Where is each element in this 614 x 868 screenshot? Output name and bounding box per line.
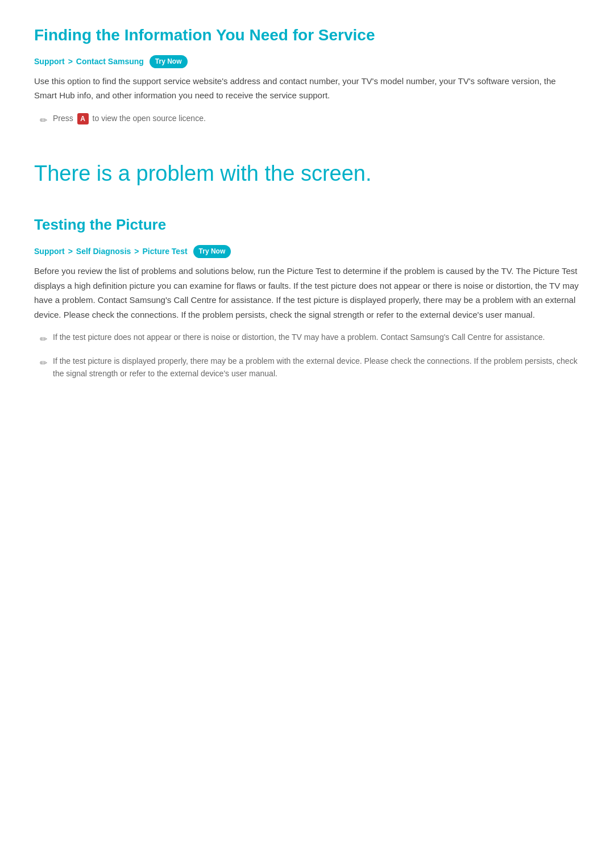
breadcrumb-self-diagnosis-link[interactable]: Self Diagnosis	[76, 245, 131, 258]
subsection-title: Testing the Picture	[34, 213, 580, 237]
breadcrumb-separator2: >	[68, 245, 73, 258]
pencil-icon-1: ✏	[40, 113, 47, 128]
section1-body: Use this option to find the support serv…	[34, 74, 580, 103]
try-now-badge-1[interactable]: Try Now	[150, 55, 188, 68]
breadcrumb-support-link-2[interactable]: Support	[34, 245, 65, 258]
note-item-1: ✏ If the test picture does not appear or…	[34, 331, 580, 347]
pencil-icon-2: ✏	[40, 332, 47, 347]
breadcrumb-separator3: >	[134, 245, 139, 258]
note-text-2: If the test picture is displayed properl…	[53, 355, 580, 380]
breadcrumb-picture-test: Support > Self Diagnosis > Picture Test …	[34, 245, 580, 258]
section1-title: Finding the Information You Need for Ser…	[34, 23, 580, 48]
section-finding-info: Finding the Information You Need for Ser…	[34, 23, 580, 128]
breadcrumb-support-link[interactable]: Support	[34, 55, 65, 68]
subsection-testing-picture: Testing the Picture Support > Self Diagn…	[34, 213, 580, 380]
try-now-badge-2[interactable]: Try Now	[193, 245, 231, 258]
breadcrumb-contact-samsung-link[interactable]: Contact Samsung	[76, 55, 144, 68]
key-a-badge: A	[77, 113, 89, 124]
breadcrumb-separator1: >	[68, 55, 73, 68]
pencil-icon-3: ✏	[40, 356, 47, 371]
subsection-body: Before you review the list of problems a…	[34, 264, 580, 322]
breadcrumb-picture-test-link[interactable]: Picture Test	[143, 245, 188, 258]
section1-note-text: Press A to view the open source licence.	[53, 112, 206, 124]
note-item-2: ✏ If the test picture is displayed prope…	[34, 355, 580, 380]
note-text-1: If the test picture does not appear or t…	[53, 331, 545, 343]
section2-title: There is a problem with the screen.	[34, 156, 580, 191]
section-screen-problem: There is a problem with the screen. Test…	[34, 156, 580, 380]
breadcrumb-support: Support > Contact Samsung Try Now	[34, 55, 580, 68]
section1-note: ✏ Press A to view the open source licenc…	[34, 112, 580, 128]
